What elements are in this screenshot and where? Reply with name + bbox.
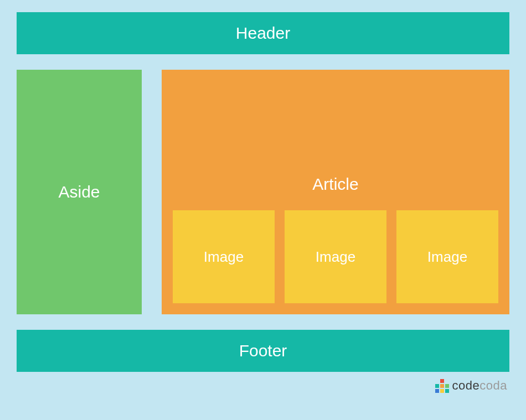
middle-row: Aside Article Image Image Image [17, 70, 509, 314]
image-label: Image [204, 248, 244, 266]
branding: codecoda [17, 378, 509, 393]
logo-icon [435, 379, 449, 393]
footer-block: Footer [17, 330, 509, 372]
header-label: Header [236, 24, 290, 43]
aside-label: Aside [58, 183, 100, 201]
article-label: Article [312, 175, 358, 194]
footer-label: Footer [239, 341, 287, 360]
header-block: Header [17, 12, 509, 54]
image-box-1: Image [173, 210, 275, 303]
branding-dark: code [452, 378, 480, 392]
aside-block: Aside [17, 70, 142, 314]
branding-light: coda [479, 378, 507, 392]
image-row: Image Image Image [173, 210, 498, 303]
article-block: Article Image Image Image [162, 70, 509, 314]
branding-text: codecoda [452, 378, 507, 393]
image-box-3: Image [396, 210, 498, 303]
image-label: Image [427, 248, 467, 266]
image-label: Image [316, 248, 355, 266]
image-box-2: Image [285, 210, 386, 303]
